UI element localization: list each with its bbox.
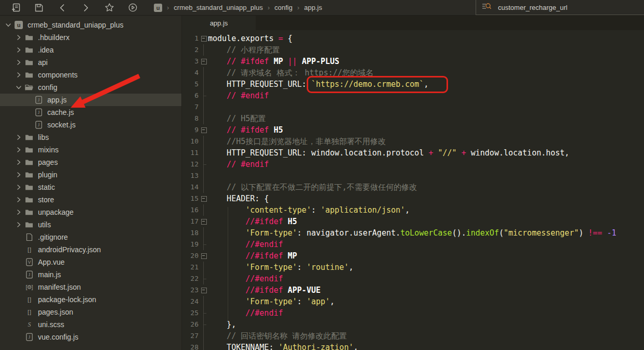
- code-line-9[interactable]: 9 // #ifdef H5: [182, 124, 644, 136]
- fold-marker[interactable]: [200, 56, 208, 67]
- code-line-18[interactable]: 18 'Form-type': navigator.userAgent.toLo…: [182, 227, 644, 239]
- folder-icon: [24, 58, 34, 67]
- tree-item-store[interactable]: store: [0, 193, 181, 206]
- chevron-right-icon[interactable]: [14, 220, 24, 229]
- back-icon[interactable]: [55, 1, 70, 15]
- tree-item-manifest-json[interactable]: [⚙]manifest.json: [0, 281, 181, 293]
- folder-icon: [24, 158, 34, 167]
- code-line-13[interactable]: 13: [182, 170, 644, 182]
- svg-text:V: V: [28, 260, 31, 265]
- manifest-file-icon: [⚙]: [24, 282, 34, 292]
- tree-item-uni-scss[interactable]: Suni.scss: [0, 318, 181, 331]
- tree-item-mixins[interactable]: mixins: [0, 144, 181, 156]
- tree-item-vue-config-js[interactable]: Jvue.config.js: [0, 331, 181, 343]
- save-icon[interactable]: [31, 1, 47, 15]
- code-text: // 回话密钥名称 请勿修改此配置: [208, 330, 347, 342]
- tree-item-package-lock-json[interactable]: [ ]package-lock.json: [0, 293, 181, 306]
- chevron-right-icon[interactable]: [14, 183, 24, 192]
- code-line-2[interactable]: 2 // 小程序配置: [182, 44, 644, 56]
- tree-item--idea[interactable]: .idea: [0, 44, 181, 56]
- tree-item-pages-json[interactable]: [ ]pages.json: [0, 306, 181, 318]
- forward-icon[interactable]: [78, 1, 94, 15]
- code-line-10[interactable]: 10 //H5接口是浏览器地址，非单独部署不用修改: [182, 136, 644, 147]
- code-line-3[interactable]: 3 // #ifdef MP || APP-PLUS: [182, 56, 644, 67]
- code-line-26[interactable]: 26 },: [182, 319, 644, 330]
- scss-file-icon: S: [24, 320, 34, 329]
- tree-item-config[interactable]: config: [0, 81, 181, 94]
- breadcrumb-item[interactable]: crmeb_standard_uniapp_plus: [174, 4, 262, 11]
- tree-item-api[interactable]: api: [0, 56, 181, 69]
- tree-item-socket-js[interactable]: Jsocket.js: [0, 119, 181, 131]
- chevron-right-icon[interactable]: [14, 170, 24, 179]
- tree-item-libs[interactable]: libs: [0, 131, 181, 144]
- tree-item-label: package-lock.json: [38, 295, 96, 304]
- code-text: //#endif: [208, 307, 283, 319]
- code-text: 'Form-type': 'routine',: [208, 262, 353, 273]
- new-file-icon[interactable]: [8, 1, 23, 15]
- star-icon[interactable]: [101, 1, 117, 15]
- tree-item--gitignore[interactable]: .gitignore: [0, 231, 181, 243]
- code-line-8[interactable]: 8 // H5配置: [182, 113, 644, 124]
- folder-icon: [24, 183, 34, 192]
- tree-item-crmeb-standard-uniapp-plus[interactable]: ucrmeb_standard_uniapp_plus: [0, 19, 181, 31]
- search-input[interactable]: customer_recharge_url: [476, 0, 644, 15]
- chevron-right-icon[interactable]: [14, 145, 24, 154]
- chevron-right-icon[interactable]: [14, 70, 24, 80]
- code-line-25[interactable]: 25 //#endif: [182, 307, 644, 319]
- run-icon[interactable]: [125, 1, 140, 15]
- fold-marker[interactable]: [200, 284, 208, 296]
- fold-marker[interactable]: [200, 193, 208, 204]
- code-line-24[interactable]: 24 'Form-type': 'app',: [182, 296, 644, 307]
- tree-item-androidprivacy-json[interactable]: [ ]androidPrivacy.json: [0, 243, 181, 256]
- fold-marker[interactable]: [200, 33, 208, 44]
- breadcrumb-item[interactable]: config: [274, 4, 293, 11]
- fold-marker: [200, 273, 208, 284]
- tree-item-components[interactable]: components: [0, 69, 181, 81]
- chevron-right-icon[interactable]: [14, 58, 24, 67]
- chevron-right-icon[interactable]: [14, 45, 24, 55]
- chevron-right-icon[interactable]: [14, 133, 24, 142]
- tree-item-static[interactable]: static: [0, 181, 181, 193]
- breadcrumb-item[interactable]: app.js: [304, 4, 322, 11]
- fold-marker[interactable]: [200, 124, 208, 136]
- code-line-14[interactable]: 14 // 以下配置在不做二开的前提下,不需要做任何的修改: [182, 182, 644, 193]
- tree-item-app-vue[interactable]: VApp.vue: [0, 256, 181, 268]
- tree-item-plugin[interactable]: plugin: [0, 168, 181, 181]
- tree-item-main-js[interactable]: Jmain.js: [0, 268, 181, 281]
- tree-item-pages[interactable]: pages: [0, 156, 181, 168]
- fold-marker[interactable]: [200, 250, 208, 262]
- folder-icon: [24, 70, 34, 80]
- code-line-28[interactable]: 28 TOKENNAME: 'Authori-zation',: [182, 342, 644, 350]
- tree-item-label: main.js: [38, 270, 61, 279]
- tree-item-app-js[interactable]: Japp.js: [0, 94, 181, 106]
- code-line-21[interactable]: 21 'Form-type': 'routine',: [182, 262, 644, 273]
- code-line-22[interactable]: 22 //#endif: [182, 273, 644, 284]
- code-line-17[interactable]: 17 //#ifdef H5: [182, 216, 644, 227]
- tree-item-label: api: [38, 58, 48, 67]
- code-line-16[interactable]: 16 'content-type': 'application/json',: [182, 204, 644, 216]
- tab-appjs[interactable]: app.js: [182, 16, 256, 30]
- code-line-7[interactable]: 7: [182, 101, 644, 113]
- code-line-11[interactable]: 11 HTTP_REQUEST_URL: window.location.pro…: [182, 147, 644, 159]
- code-text: TOKENNAME: 'Authori-zation',: [208, 342, 358, 350]
- code-line-15[interactable]: 15 HEADER: {: [182, 193, 644, 204]
- chevron-right-icon[interactable]: [14, 208, 24, 217]
- tree-item-label: vue.config.js: [38, 333, 78, 341]
- code-line-1[interactable]: 1module.exports = {: [182, 33, 644, 44]
- code-line-12[interactable]: 12 // #endif: [182, 159, 644, 170]
- code-line-23[interactable]: 23 //#ifdef APP-VUE: [182, 284, 644, 296]
- tree-item-cache-js[interactable]: Jcache.js: [0, 106, 181, 119]
- chevron-down-icon[interactable]: [3, 20, 14, 30]
- chevron-right-icon[interactable]: [14, 33, 24, 42]
- fold-marker[interactable]: [200, 216, 208, 227]
- tree-item-utils[interactable]: utils: [0, 218, 181, 231]
- tree-item-unpackage[interactable]: unpackage: [0, 206, 181, 218]
- code-line-19[interactable]: 19 //#endif: [182, 239, 644, 250]
- chevron-right-icon[interactable]: [14, 158, 24, 167]
- code-line-27[interactable]: 27 // 回话密钥名称 请勿修改此配置: [182, 330, 644, 342]
- chevron-down-icon[interactable]: [14, 83, 24, 92]
- tree-item--hbuilderx[interactable]: .hbuilderx: [0, 31, 181, 44]
- code-line-20[interactable]: 20 //#ifdef MP: [182, 250, 644, 262]
- chevron-placeholder: [14, 282, 24, 292]
- chevron-right-icon[interactable]: [14, 195, 24, 204]
